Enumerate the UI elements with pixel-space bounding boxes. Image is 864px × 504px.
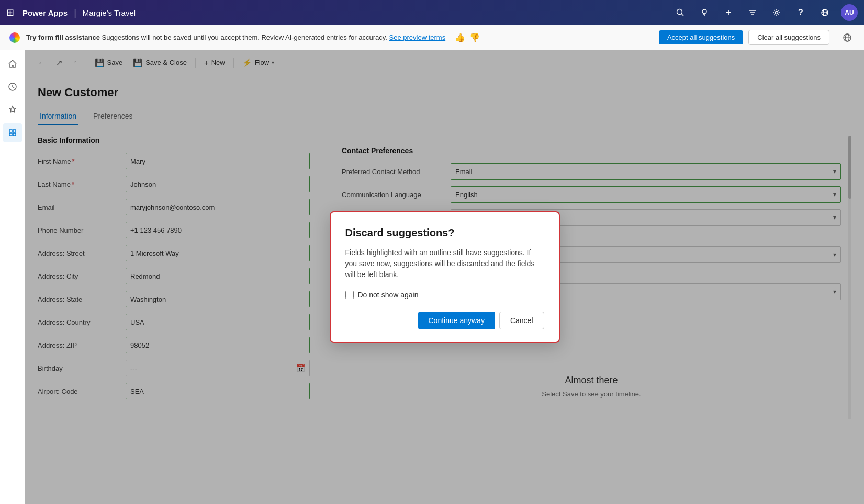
thumbs-down-icon[interactable]: 👎: [469, 32, 480, 42]
cancel-button[interactable]: Cancel: [499, 312, 544, 329]
help-icon[interactable]: ?: [793, 5, 809, 20]
main-layout: ← ↗ ↑ 💾 Save 💾 Save & Close + New: [0, 50, 864, 504]
svg-point-2: [702, 9, 706, 14]
svg-rect-13: [9, 130, 12, 132]
grid-icon[interactable]: ⊞: [6, 7, 14, 18]
brand-label: Power Apps: [23, 8, 68, 17]
sidebar-pin-icon[interactable]: [3, 100, 22, 119]
do-not-show-checkbox[interactable]: [345, 291, 354, 299]
preview-terms-link[interactable]: See preview terms: [389, 33, 445, 41]
svg-rect-15: [9, 133, 12, 136]
global-icon[interactable]: [817, 5, 833, 20]
sidebar-clock-icon[interactable]: [3, 77, 22, 96]
discard-suggestions-dialog: Discard suggestions? Fields highlighted …: [330, 211, 560, 343]
thumbs-up-icon[interactable]: 👍: [455, 32, 465, 42]
dialog-title: Discard suggestions?: [345, 227, 544, 239]
svg-rect-16: [13, 133, 16, 136]
left-sidebar: [0, 50, 25, 504]
svg-point-5: [776, 12, 778, 14]
add-icon[interactable]: +: [721, 5, 736, 20]
settings-icon[interactable]: [769, 5, 784, 20]
nav-icons: + ? AU: [672, 4, 858, 21]
feedback-buttons: 👍 👎: [455, 32, 480, 42]
filter-icon[interactable]: [745, 5, 760, 20]
accept-all-button[interactable]: Accept all suggestions: [659, 30, 743, 44]
top-nav-bar: ⊞ Power Apps | Margie's Travel + ? AU: [0, 0, 864, 25]
globe-right-icon[interactable]: [839, 29, 856, 46]
do-not-show-label[interactable]: Do not show again: [358, 291, 419, 299]
clear-all-button[interactable]: Clear all suggestions: [748, 30, 829, 45]
user-avatar[interactable]: AU: [841, 4, 858, 21]
sidebar-home-icon[interactable]: [3, 54, 22, 73]
dialog-overlay: Discard suggestions? Fields highlighted …: [25, 50, 864, 504]
ai-banner: Try form fill assistance Suggestions wil…: [0, 25, 864, 50]
continue-anyway-button[interactable]: Continue anyway: [418, 312, 495, 329]
svg-point-0: [677, 9, 682, 15]
app-name-label: Margie's Travel: [83, 8, 136, 17]
dialog-actions: Continue anyway Cancel: [345, 312, 544, 329]
ai-banner-text: Try form fill assistance Suggestions wil…: [26, 33, 445, 41]
nav-divider: |: [74, 7, 76, 18]
ai-icon: [8, 31, 21, 44]
dialog-checkbox-row: Do not show again: [345, 291, 544, 299]
sidebar-plugin-icon[interactable]: [3, 123, 22, 142]
dialog-body: Fields highlighted with an outline still…: [345, 247, 544, 280]
svg-rect-14: [13, 130, 16, 132]
lightbulb-icon[interactable]: [697, 5, 712, 20]
content-area: ← ↗ ↑ 💾 Save 💾 Save & Close + New: [25, 50, 864, 504]
search-icon[interactable]: [672, 5, 688, 20]
svg-line-1: [682, 14, 684, 16]
rainbow-circle-icon: [9, 32, 20, 43]
